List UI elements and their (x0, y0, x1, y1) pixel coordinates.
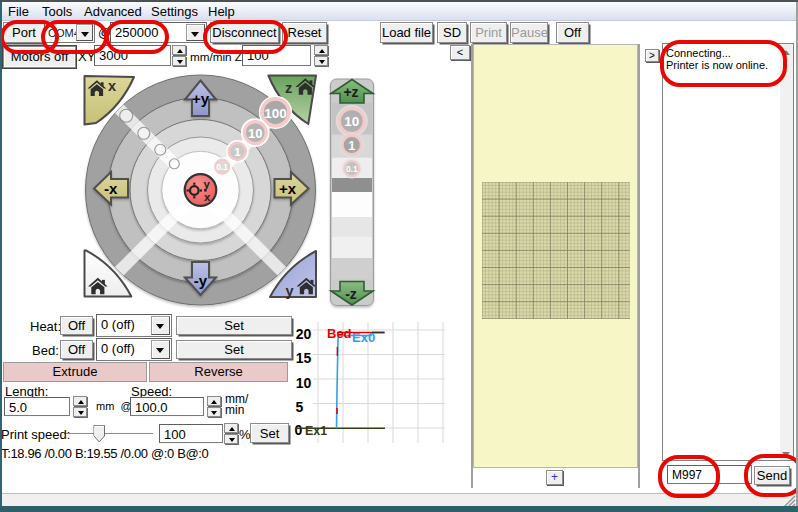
svg-text:y: y (286, 283, 294, 299)
svg-text:-y: -y (194, 272, 208, 289)
svg-text:0.1: 0.1 (346, 164, 358, 174)
svg-text:+z: +z (343, 84, 358, 100)
svg-text:x: x (204, 191, 211, 203)
svg-text:Ex1: Ex1 (305, 424, 327, 438)
svg-text:Bed: Bed (327, 326, 352, 341)
svg-text:5: 5 (296, 399, 304, 415)
svg-text:15: 15 (296, 350, 312, 366)
svg-text:+x: +x (279, 180, 297, 197)
svg-text:1: 1 (348, 139, 355, 153)
svg-text:100: 100 (264, 106, 287, 121)
svg-text:10: 10 (248, 126, 262, 141)
svg-text:y: y (204, 178, 211, 190)
svg-text:+y: +y (192, 90, 210, 107)
svg-text:1: 1 (234, 146, 241, 158)
svg-text:10: 10 (344, 114, 359, 129)
svg-text:20: 20 (296, 326, 312, 342)
svg-text:z: z (285, 80, 292, 96)
svg-text:0: 0 (295, 422, 303, 438)
svg-text:-z: -z (345, 286, 357, 302)
svg-text:10: 10 (296, 375, 312, 391)
svg-text:-x: -x (104, 180, 118, 197)
svg-text:0.1: 0.1 (216, 162, 228, 172)
svg-text:Ex0: Ex0 (352, 330, 375, 345)
svg-text:x: x (108, 78, 116, 94)
